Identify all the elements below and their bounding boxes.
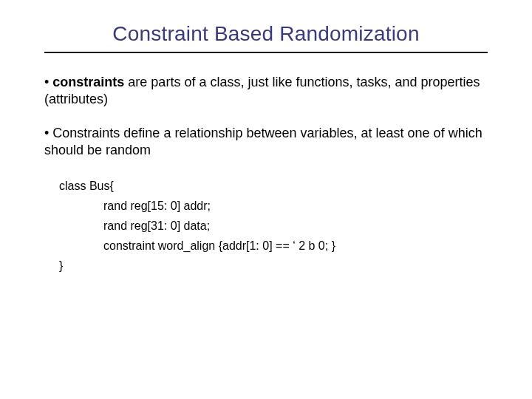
- code-line-3: constraint word_align {addr[1: 0] == ‘ 2…: [103, 236, 488, 256]
- bullet-1: • constraints are parts of a class, just…: [44, 74, 488, 109]
- code-line-4: }: [59, 256, 488, 276]
- bullet-list: • constraints are parts of a class, just…: [44, 74, 488, 160]
- code-line-1: rand reg[15: 0] addr;: [103, 196, 488, 216]
- slide-title: Constraint Based Randomization: [44, 22, 488, 46]
- slide: Constraint Based Randomization • constra…: [0, 0, 532, 399]
- code-line-2: rand reg[31: 0] data;: [103, 216, 488, 236]
- bullet-2: • Constraints define a relationship betw…: [44, 125, 488, 160]
- bullet-1-bold: constraints: [52, 75, 124, 89]
- code-block: class Bus{ rand reg[15: 0] addr; rand re…: [44, 176, 488, 276]
- divider: [44, 52, 488, 53]
- code-line-0: class Bus{: [59, 176, 488, 196]
- bullet-1-marker: •: [44, 75, 52, 89]
